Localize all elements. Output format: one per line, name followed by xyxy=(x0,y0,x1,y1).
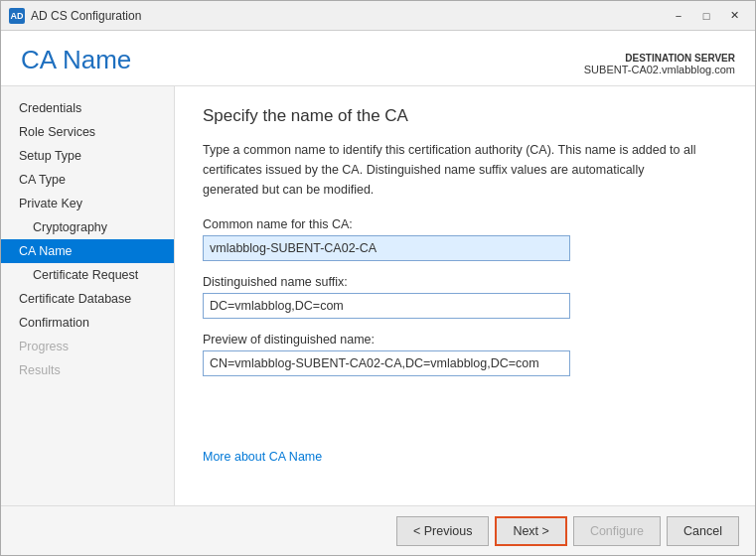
sidebar-item-results: Results xyxy=(1,358,174,382)
description-text: Type a common name to identify this cert… xyxy=(203,140,699,200)
sidebar-item-certificate-request[interactable]: Certificate Request xyxy=(1,263,174,287)
page-content: Specify the name of the CA Type a common… xyxy=(175,86,755,505)
icon-text: AD xyxy=(11,11,24,21)
minimize-button[interactable]: − xyxy=(666,6,691,26)
main-window: AD AD CS Configuration − □ ✕ CA Name DES… xyxy=(0,0,756,556)
sidebar-item-ca-name[interactable]: CA Name xyxy=(1,239,174,263)
destination-name: SUBENT-CA02.vmlabblog.com xyxy=(584,64,735,75)
title-bar: AD AD CS Configuration − □ ✕ xyxy=(1,1,755,31)
preview-label: Preview of distinguished name: xyxy=(203,333,727,347)
page-title: CA Name xyxy=(21,45,131,75)
preview-group: Preview of distinguished name: xyxy=(203,333,727,376)
sidebar-item-private-key[interactable]: Private Key xyxy=(1,192,174,215)
maximize-button[interactable]: □ xyxy=(693,6,719,26)
next-button[interactable]: Next > xyxy=(495,516,566,546)
common-name-input[interactable] xyxy=(203,235,570,261)
sidebar-item-confirmation[interactable]: Confirmation xyxy=(1,311,174,335)
distinguished-name-group: Distinguished name suffix: xyxy=(203,275,727,319)
cancel-button[interactable]: Cancel xyxy=(667,516,739,546)
title-bar-left: AD AD CS Configuration xyxy=(9,8,141,24)
common-name-group: Common name for this CA: xyxy=(203,217,727,261)
sidebar-item-cryptography[interactable]: Cryptography xyxy=(1,215,174,239)
window-title: AD CS Configuration xyxy=(31,9,141,23)
common-name-label: Common name for this CA: xyxy=(203,217,727,231)
footer: < Previous Next > Configure Cancel xyxy=(1,505,755,555)
preview-input[interactable] xyxy=(203,350,570,376)
page-subtitle: Specify the name of the CA xyxy=(203,106,727,126)
header-area: CA Name DESTINATION SERVER SUBENT-CA02.v… xyxy=(1,31,755,86)
window-controls: − □ ✕ xyxy=(666,6,747,26)
close-button[interactable]: ✕ xyxy=(721,6,747,26)
sidebar-item-role-services[interactable]: Role Services xyxy=(1,120,174,144)
previous-button[interactable]: < Previous xyxy=(396,516,489,546)
sidebar-item-ca-type[interactable]: CA Type xyxy=(1,168,174,192)
distinguished-name-input[interactable] xyxy=(203,293,570,319)
destination-server: DESTINATION SERVER SUBENT-CA02.vmlabblog… xyxy=(584,53,735,75)
sidebar-item-credentials[interactable]: Credentials xyxy=(1,96,174,120)
content-area: CA Name DESTINATION SERVER SUBENT-CA02.v… xyxy=(1,31,755,505)
destination-label: DESTINATION SERVER xyxy=(584,53,735,64)
sidebar-item-setup-type[interactable]: Setup Type xyxy=(1,144,174,168)
main-area: CredentialsRole ServicesSetup TypeCA Typ… xyxy=(1,86,755,505)
sidebar: CredentialsRole ServicesSetup TypeCA Typ… xyxy=(1,86,175,505)
more-about-link[interactable]: More about CA Name xyxy=(203,450,322,464)
sidebar-item-certificate-database[interactable]: Certificate Database xyxy=(1,287,174,311)
configure-button[interactable]: Configure xyxy=(573,516,661,546)
app-icon: AD xyxy=(9,8,25,24)
sidebar-item-progress: Progress xyxy=(1,335,174,358)
distinguished-name-label: Distinguished name suffix: xyxy=(203,275,727,289)
